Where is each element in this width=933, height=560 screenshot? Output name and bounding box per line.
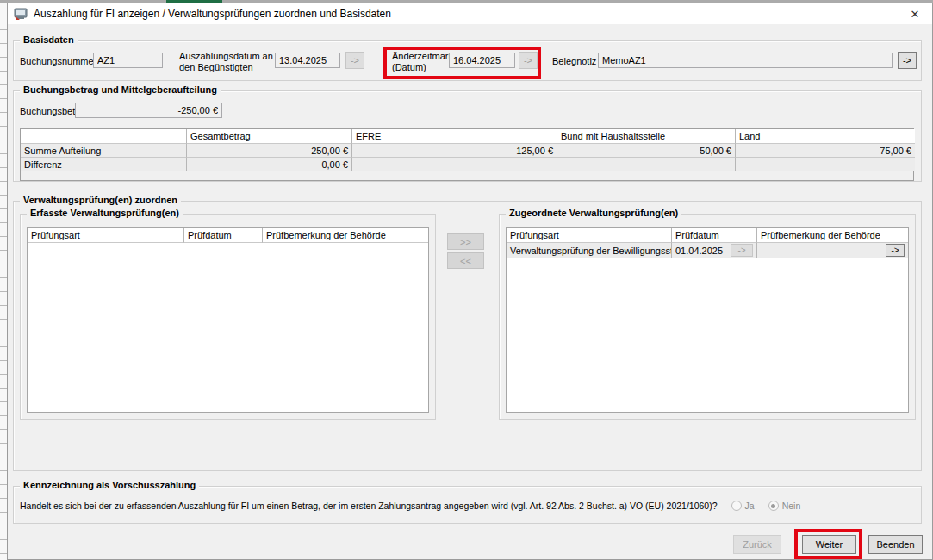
window-title: Auszahlung für FI anzeigen / Verwaltungs… [34,8,391,20]
assign-right-button[interactable]: >> [447,233,484,250]
erfasste-list[interactable]: Prüfungsart Prüfdatum Prüfbemerkung der … [27,227,429,413]
mittelgeber-col-gesamtbetrag: Gesamtbetrag [187,129,352,144]
zugeordnete-legend: Zugeordnete Verwaltungsprüfung(en) [506,208,681,218]
mittelgeber-legend: Buchungsbetrag und Mittelgeberaufteilung [20,84,221,95]
pruefbemerkung-open-button[interactable]: -> [886,244,905,257]
close-icon[interactable]: ✕ [907,6,923,22]
titlebar: Auszahlung für FI anzeigen / Verwaltungs… [8,3,932,24]
auszahlungsdatum-open-button[interactable]: -> [345,52,364,69]
belegnotiz-open-button[interactable]: -> [898,52,917,69]
buchungsnummer-label: Buchungsnummer [20,56,96,66]
radio-ja[interactable]: Ja [731,501,755,511]
zugeordnete-row-pruefdatum: 01.04.2025 -> [672,243,757,258]
erfasste-col-pruefbemerkung: Prüfbemerkung der Behörde [263,228,428,243]
row-label-differenz: Differenz [21,158,187,171]
vorschuss-legend: Kennzeichnung als Vorschusszahlung [20,480,199,490]
radio-nein-circle-icon [768,501,779,511]
mittelgeber-col-efre: EFRE [352,129,557,144]
buchungsnummer-field[interactable] [93,53,163,68]
summe-land: -75,00 € [736,144,915,158]
zugeordnete-row-pruefungsart: Verwaltungsprüfung der Bewilligungsstell… [507,243,672,258]
zugeordnete-row[interactable]: Verwaltungsprüfung der Bewilligungsstell… [507,243,908,258]
summe-bund: -50,00 € [557,144,736,158]
erfasste-col-pruefdatum: Prüfdatum [184,228,263,243]
aenderzeitmarke-field[interactable] [449,53,515,68]
differenz-bund [557,158,736,171]
radio-nein[interactable]: Nein [768,501,801,511]
pruefdatum-open-button[interactable]: -> [731,244,753,257]
erfasste-col-pruefungsart: Prüfungsart [28,228,184,243]
summe-efre: -125,00 € [352,144,557,158]
zugeordnete-col-pruefungsart: Prüfungsart [507,228,672,243]
auszahlungsdatum-label: Auszahlungsdatum an den Begünstigten [179,51,274,73]
vorschuss-question: Handelt es sich bei der zu erfassenden A… [20,501,718,511]
radio-ja-circle-icon [731,501,742,511]
mittelgeber-col-land: Land [736,129,915,144]
zugeordnete-row-pruefbemerkung: -> [757,243,908,258]
row-label-summe-aufteilung: Summe Aufteilung [21,144,187,158]
differenz-land [736,158,915,171]
zugeordnete-col-pruefdatum: Prüfdatum [672,228,757,243]
zugeordnete-list[interactable]: Prüfungsart Prüfdatum Prüfbemerkung der … [506,227,909,413]
auszahlungsdatum-field[interactable] [275,53,340,68]
mittelgeber-col-bund: Bund mit Haushaltsstelle [557,129,736,144]
zuordnen-legend: Verwaltungsprüfung(en) zuordnen [20,195,181,205]
summe-gesamtbetrag: -250,00 € [187,144,352,158]
buchungsbetrag-field[interactable] [75,103,222,118]
belegnotiz-field[interactable] [598,53,893,68]
differenz-gesamtbetrag: 0,00 € [187,158,352,171]
background-window-left-edge [0,3,7,560]
assign-left-button[interactable]: << [447,252,484,269]
belegnotiz-label: Belegnotiz [552,56,596,66]
aenderzeitmarke-open-button[interactable]: -> [519,52,538,69]
radio-nein-label: Nein [782,501,801,511]
zugeordnete-col-pruefbemerkung: Prüfbemerkung der Behörde [757,228,908,243]
weiter-button[interactable]: Weiter [802,535,856,554]
screen: Auszahlung für FI anzeigen / Verwaltungs… [0,0,933,560]
erfasste-legend: Erfasste Verwaltungsprüfung(en) [27,208,183,218]
window-icon [14,8,28,21]
zurueck-button[interactable]: Zurück [733,535,781,554]
mittelgeber-table: Gesamtbetrag EFRE Bund mit Haushaltsstel… [20,128,914,181]
differenz-efre [352,158,557,171]
mittelgeber-col-empty [21,129,187,144]
vorschuss-question-row: Handelt es sich bei der zu erfassenden A… [20,501,800,511]
radio-ja-label: Ja [745,501,755,511]
basisdaten-legend: Basisdaten [20,34,78,45]
dialog-window: Auszahlung für FI anzeigen / Verwaltungs… [7,3,933,560]
beenden-button[interactable]: Beenden [868,535,923,554]
